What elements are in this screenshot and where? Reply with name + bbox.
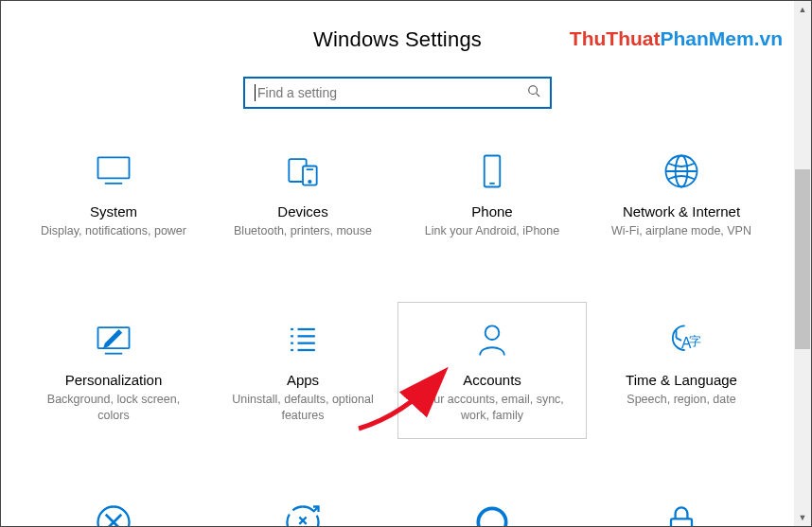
time-language-icon: A 字 <box>596 317 767 362</box>
tile-gaming[interactable] <box>19 486 208 526</box>
tile-desc: Wi-Fi, airplane mode, VPN <box>596 223 767 239</box>
settings-content: Windows Settings ThuThuatPhanMem.vn Syst… <box>1 1 794 526</box>
accounts-icon <box>407 317 577 362</box>
tile-desc: Uninstall, defaults, optional features <box>218 392 388 424</box>
tile-desc: Your accounts, email, sync, work, family <box>407 392 577 424</box>
tile-desc: Bluetooth, printers, mouse <box>218 223 388 239</box>
phone-icon <box>407 149 577 194</box>
search-box[interactable] <box>243 77 552 109</box>
vertical-scrollbar[interactable]: ▲ ▼ <box>794 1 811 526</box>
svg-point-30 <box>478 508 505 526</box>
svg-text:字: 字 <box>689 333 701 347</box>
tile-title: Phone <box>407 203 577 220</box>
system-icon <box>28 149 199 194</box>
tile-title: System <box>28 203 199 220</box>
scroll-up-button[interactable]: ▲ <box>794 1 811 18</box>
svg-rect-8 <box>485 156 501 187</box>
scroll-down-button[interactable]: ▼ <box>794 509 811 526</box>
tile-title: Network & Internet <box>596 203 767 220</box>
svg-point-23 <box>485 325 500 340</box>
ease-of-access-icon <box>218 501 388 526</box>
tile-apps[interactable]: Apps Uninstall, defaults, optional featu… <box>208 302 397 439</box>
search-input[interactable] <box>257 85 527 100</box>
search-icon <box>527 84 540 101</box>
svg-point-6 <box>309 181 310 183</box>
tile-network[interactable]: Network & Internet Wi-Fi, airplane mode,… <box>587 133 776 255</box>
privacy-icon <box>596 501 767 526</box>
svg-line-1 <box>537 94 540 97</box>
tile-desc: Background, lock screen, colors <box>28 392 199 424</box>
tile-ease-of-access[interactable] <box>208 486 397 526</box>
svg-point-0 <box>529 86 538 95</box>
tile-title: Personalization <box>28 372 199 388</box>
tile-accounts[interactable]: Accounts Your accounts, email, sync, wor… <box>397 302 587 439</box>
tile-cortana[interactable] <box>397 486 587 526</box>
watermark: ThuThuatPhanMem.vn <box>570 27 783 50</box>
tile-phone[interactable]: Phone Link your Android, iPhone <box>397 133 587 255</box>
svg-rect-31 <box>671 518 692 526</box>
scrollbar-track[interactable] <box>794 18 811 509</box>
tile-desc: Speech, region, date <box>596 392 767 408</box>
svg-rect-2 <box>98 157 130 178</box>
network-icon <box>596 149 767 194</box>
devices-icon <box>218 149 388 194</box>
tile-desc: Display, notifications, power <box>28 223 199 239</box>
tile-title: Apps <box>218 372 388 388</box>
tile-title: Accounts <box>407 372 577 388</box>
cortana-icon <box>407 501 577 526</box>
gaming-icon <box>28 501 199 526</box>
apps-icon <box>218 317 388 362</box>
personalization-icon <box>28 317 199 362</box>
scrollbar-thumb[interactable] <box>795 169 810 349</box>
tile-devices[interactable]: Devices Bluetooth, printers, mouse <box>208 133 397 255</box>
tile-personalization[interactable]: Personalization Background, lock screen,… <box>19 302 208 439</box>
tile-time-language[interactable]: A 字 Time & Language Speech, region, date <box>587 302 776 439</box>
tile-privacy[interactable] <box>587 486 776 526</box>
tile-title: Devices <box>218 203 388 220</box>
tile-desc: Link your Android, iPhone <box>407 223 577 239</box>
tile-title: Time & Language <box>596 372 767 388</box>
tile-system[interactable]: System Display, notifications, power <box>19 133 208 255</box>
